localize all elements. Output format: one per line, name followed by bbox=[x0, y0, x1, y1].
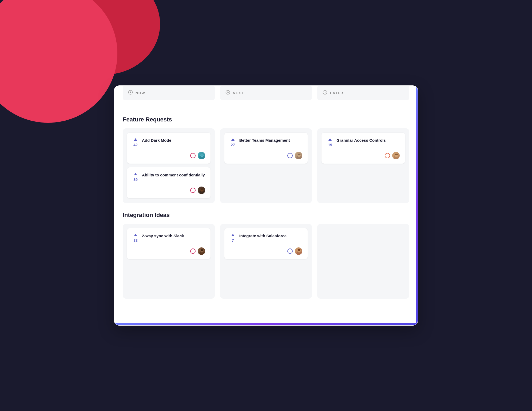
clock-icon bbox=[323, 90, 327, 96]
card-top: 39 Ability to comment confidentially bbox=[132, 172, 206, 182]
card-footer bbox=[132, 186, 206, 195]
status-dot bbox=[190, 153, 196, 158]
status-dot bbox=[287, 248, 293, 254]
upvote-icon bbox=[328, 137, 332, 142]
card-title: Add Dark Mode bbox=[142, 137, 206, 143]
feature-requests-now-inner: 42 Add Dark Mode bbox=[127, 133, 211, 198]
vote-section: 33 bbox=[132, 233, 139, 243]
status-dot bbox=[385, 153, 390, 158]
feature-requests-later-inner: 19 Granular Access Controls bbox=[321, 133, 405, 164]
integration-ideas-board: 33 2-way sync with Slack bbox=[123, 224, 409, 299]
vote-section: 39 bbox=[132, 172, 139, 182]
vote-section: 42 bbox=[132, 137, 139, 147]
status-dot bbox=[287, 153, 293, 158]
avatar bbox=[197, 186, 206, 195]
card-add-dark-mode[interactable]: 42 Add Dark Mode bbox=[127, 133, 211, 164]
feature-requests-board: 42 Add Dark Mode bbox=[123, 128, 409, 203]
vote-count: 19 bbox=[328, 143, 332, 147]
column-header-later: LATER bbox=[317, 86, 409, 100]
upvote-icon bbox=[133, 233, 138, 238]
svg-line-6 bbox=[325, 93, 326, 93]
feature-requests-next-column: 27 Better Teams Management bbox=[220, 128, 312, 203]
svg-point-18 bbox=[395, 154, 398, 155]
upvote-icon bbox=[231, 233, 235, 238]
card-title: 2-way sync with Slack bbox=[142, 233, 206, 239]
upvote-icon bbox=[133, 137, 138, 142]
card-salesforce[interactable]: 7 Integrate with Salesforce bbox=[224, 228, 308, 259]
vote-count: 39 bbox=[133, 177, 138, 182]
columns-header: NOW NEXT bbox=[123, 86, 409, 100]
avatar bbox=[294, 247, 303, 255]
upvote-icon bbox=[231, 137, 235, 142]
svg-point-15 bbox=[298, 154, 300, 155]
main-content: NOW NEXT bbox=[114, 86, 418, 309]
bg-decoration-pink bbox=[0, 0, 117, 123]
card-top: 27 Better Teams Management bbox=[229, 137, 303, 147]
card-footer bbox=[326, 151, 400, 160]
play-icon bbox=[225, 90, 230, 96]
status-dot bbox=[190, 248, 196, 254]
card-granular-access[interactable]: 19 Granular Access Controls bbox=[321, 133, 405, 164]
card-title: Better Teams Management bbox=[239, 137, 303, 143]
integration-ideas-next-inner: 7 Integrate with Salesforce bbox=[224, 228, 308, 259]
svg-marker-3 bbox=[227, 92, 229, 93]
feature-requests-title: Feature Requests bbox=[123, 108, 409, 123]
integration-ideas-now-column: 33 2-way sync with Slack bbox=[123, 224, 215, 299]
column-now-label: NOW bbox=[136, 91, 145, 95]
card-top: 42 Add Dark Mode bbox=[132, 137, 206, 147]
card-title: Integrate with Salesforce bbox=[239, 233, 303, 239]
svg-point-12 bbox=[201, 188, 203, 190]
svg-point-21 bbox=[201, 249, 203, 251]
card-title: Granular Access Controls bbox=[336, 137, 400, 143]
record-icon bbox=[128, 90, 133, 96]
upvote-icon bbox=[133, 172, 138, 177]
card-comment-confidentially[interactable]: 39 Ability to comment confidentially bbox=[127, 167, 211, 198]
vote-section: 19 bbox=[326, 137, 334, 147]
integration-ideas-later-column bbox=[317, 224, 409, 299]
card-top: 19 Granular Access Controls bbox=[326, 137, 400, 147]
card-title: Ability to comment confidentially bbox=[142, 172, 206, 178]
column-header-now: NOW bbox=[123, 86, 215, 100]
vote-count: 33 bbox=[133, 238, 138, 243]
integration-ideas-now-inner: 33 2-way sync with Slack bbox=[127, 228, 211, 259]
card-slack-sync[interactable]: 33 2-way sync with Slack bbox=[127, 228, 211, 259]
integration-ideas-title: Integration Ideas bbox=[123, 203, 409, 219]
card-footer bbox=[132, 247, 206, 255]
card-top: 7 Integrate with Salesforce bbox=[229, 233, 303, 243]
vote-count: 42 bbox=[133, 143, 138, 147]
vote-section: 27 bbox=[229, 137, 237, 147]
card-better-teams[interactable]: 27 Better Teams Management bbox=[224, 133, 308, 164]
integration-ideas-next-column: 7 Integrate with Salesforce bbox=[220, 224, 312, 299]
card-footer bbox=[229, 247, 303, 255]
svg-point-1 bbox=[130, 92, 131, 93]
avatar bbox=[392, 151, 400, 160]
feature-requests-now-column: 42 Add Dark Mode bbox=[123, 128, 215, 203]
feature-requests-later-column: 19 Granular Access Controls bbox=[317, 128, 409, 203]
svg-point-24 bbox=[298, 249, 300, 251]
card-top: 33 2-way sync with Slack bbox=[132, 233, 206, 243]
vote-count: 27 bbox=[231, 143, 235, 147]
card-footer bbox=[229, 151, 303, 160]
svg-point-9 bbox=[201, 154, 203, 156]
app-container: NOW NEXT bbox=[114, 85, 418, 326]
avatar bbox=[294, 151, 303, 160]
vote-section: 7 bbox=[229, 233, 237, 243]
column-header-next: NEXT bbox=[220, 86, 312, 100]
vote-count: 7 bbox=[232, 238, 234, 243]
feature-requests-next-inner: 27 Better Teams Management bbox=[224, 133, 308, 164]
column-next-label: NEXT bbox=[233, 91, 244, 95]
card-footer bbox=[132, 151, 206, 160]
avatar bbox=[197, 151, 206, 160]
status-dot bbox=[190, 188, 196, 193]
avatar bbox=[197, 247, 206, 255]
column-later-label: LATER bbox=[330, 91, 343, 95]
